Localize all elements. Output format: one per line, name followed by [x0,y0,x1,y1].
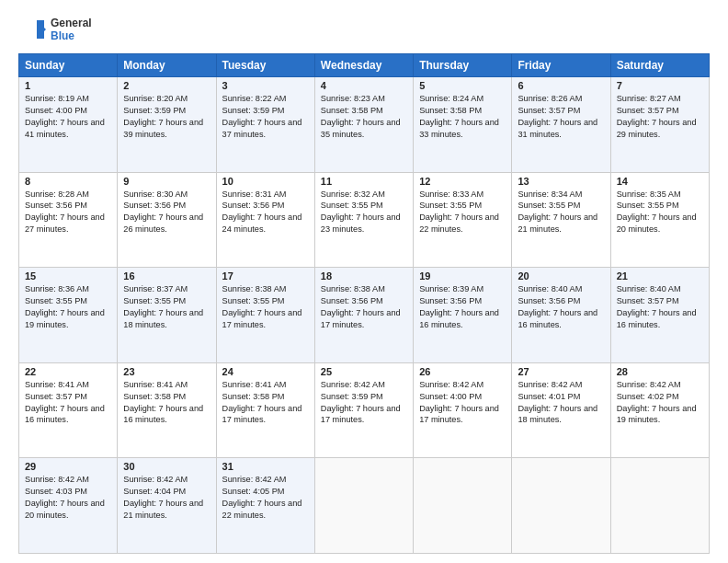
sunset-text: Sunset: 3:55 PM [617,201,679,210]
daylight-text: Daylight: 7 hours and 26 minutes. [123,213,203,234]
sunset-text: Sunset: 3:58 PM [321,106,383,115]
calendar-cell: 18 Sunrise: 8:38 AM Sunset: 3:56 PM Dayl… [314,268,413,363]
calendar-cell: 11 Sunrise: 8:32 AM Sunset: 3:55 PM Dayl… [314,172,413,268]
day-info: Sunrise: 8:20 AM Sunset: 3:59 PM Dayligh… [123,93,210,141]
day-info: Sunrise: 8:27 AM Sunset: 3:57 PM Dayligh… [617,93,703,141]
daylight-text: Daylight: 7 hours and 17 minutes. [222,404,302,425]
sunset-text: Sunset: 3:56 PM [222,201,285,210]
sunset-text: Sunset: 3:57 PM [25,392,87,401]
daylight-text: Daylight: 7 hours and 17 minutes. [321,308,401,329]
daylight-text: Daylight: 7 hours and 29 minutes. [617,118,697,139]
calendar-cell [314,458,413,554]
sunrise-text: Sunrise: 8:37 AM [123,284,188,293]
calendar-cell: 12 Sunrise: 8:33 AM Sunset: 3:55 PM Dayl… [414,172,512,268]
calendar-cell [512,458,610,554]
calendar-cell: 25 Sunrise: 8:42 AM Sunset: 3:59 PM Dayl… [314,362,413,458]
day-number: 9 [123,176,210,187]
day-number: 12 [419,176,506,187]
day-number: 23 [123,366,210,377]
col-thursday: Thursday [414,54,512,77]
day-info: Sunrise: 8:19 AM Sunset: 4:00 PM Dayligh… [25,93,111,141]
day-info: Sunrise: 8:42 AM Sunset: 4:02 PM Dayligh… [617,379,703,427]
sunrise-text: Sunrise: 8:42 AM [123,475,188,484]
calendar-header-row: Sunday Monday Tuesday Wednesday Thursday… [19,54,710,77]
day-number: 30 [123,461,210,472]
daylight-text: Daylight: 7 hours and 23 minutes. [321,213,401,234]
day-info: Sunrise: 8:42 AM Sunset: 4:04 PM Dayligh… [123,474,210,522]
day-number: 14 [617,176,703,187]
day-number: 27 [518,366,604,377]
day-info: Sunrise: 8:23 AM Sunset: 3:58 PM Dayligh… [321,93,407,141]
sunset-text: Sunset: 4:05 PM [222,487,285,496]
daylight-text: Daylight: 7 hours and 37 minutes. [222,118,302,139]
day-info: Sunrise: 8:32 AM Sunset: 3:55 PM Dayligh… [321,189,407,236]
calendar-cell: 15 Sunrise: 8:36 AM Sunset: 3:55 PM Dayl… [19,268,118,363]
sunset-text: Sunset: 3:57 PM [617,106,679,115]
page-header: General Blue [18,15,710,44]
sunset-text: Sunset: 4:00 PM [419,392,482,401]
day-info: Sunrise: 8:42 AM Sunset: 4:00 PM Dayligh… [419,379,506,427]
daylight-text: Daylight: 7 hours and 20 minutes. [617,213,697,234]
col-wednesday: Wednesday [314,54,413,77]
sunrise-text: Sunrise: 8:32 AM [321,190,385,199]
calendar-cell: 13 Sunrise: 8:34 AM Sunset: 3:55 PM Dayl… [512,172,610,268]
sunset-text: Sunset: 3:56 PM [321,296,383,305]
logo-icon [18,15,48,44]
sunset-text: Sunset: 3:57 PM [617,296,679,305]
sunrise-text: Sunrise: 8:33 AM [419,190,483,199]
sunrise-text: Sunrise: 8:41 AM [25,380,89,389]
day-info: Sunrise: 8:41 AM Sunset: 3:58 PM Dayligh… [222,379,309,427]
day-number: 22 [25,366,111,377]
daylight-text: Daylight: 7 hours and 17 minutes. [222,308,302,329]
daylight-text: Daylight: 7 hours and 17 minutes. [419,404,499,425]
day-number: 20 [518,270,604,282]
day-number: 15 [25,270,111,282]
day-info: Sunrise: 8:38 AM Sunset: 3:56 PM Dayligh… [321,283,407,331]
daylight-text: Daylight: 7 hours and 18 minutes. [123,308,203,329]
sunset-text: Sunset: 4:04 PM [123,487,186,496]
day-number: 21 [617,270,703,282]
sunset-text: Sunset: 3:57 PM [518,106,580,115]
day-info: Sunrise: 8:42 AM Sunset: 4:05 PM Dayligh… [222,474,309,522]
calendar-table: Sunday Monday Tuesday Wednesday Thursday… [18,53,710,554]
daylight-text: Daylight: 7 hours and 16 minutes. [123,404,203,425]
day-info: Sunrise: 8:40 AM Sunset: 3:56 PM Dayligh… [518,283,604,331]
daylight-text: Daylight: 7 hours and 21 minutes. [123,499,203,520]
calendar-cell: 4 Sunrise: 8:23 AM Sunset: 3:58 PM Dayli… [314,77,413,173]
sunset-text: Sunset: 3:56 PM [25,201,87,210]
calendar-cell: 10 Sunrise: 8:31 AM Sunset: 3:56 PM Dayl… [216,172,314,268]
daylight-text: Daylight: 7 hours and 17 minutes. [321,404,401,425]
sunset-text: Sunset: 4:02 PM [617,392,679,401]
sunset-text: Sunset: 4:01 PM [518,392,580,401]
sunrise-text: Sunrise: 8:27 AM [617,94,681,103]
table-row: 8 Sunrise: 8:28 AM Sunset: 3:56 PM Dayli… [19,172,710,268]
day-number: 6 [518,80,604,91]
calendar-cell: 3 Sunrise: 8:22 AM Sunset: 3:59 PM Dayli… [216,77,314,173]
calendar-cell: 26 Sunrise: 8:42 AM Sunset: 4:00 PM Dayl… [414,362,512,458]
sunrise-text: Sunrise: 8:41 AM [123,380,188,389]
sunrise-text: Sunrise: 8:24 AM [419,94,483,103]
day-info: Sunrise: 8:39 AM Sunset: 3:56 PM Dayligh… [419,283,506,331]
sunset-text: Sunset: 3:58 PM [123,392,186,401]
sunset-text: Sunset: 3:55 PM [321,201,383,210]
day-number: 2 [123,80,210,91]
sunset-text: Sunset: 3:59 PM [321,392,383,401]
sunset-text: Sunset: 3:56 PM [419,296,482,305]
col-monday: Monday [118,54,216,77]
day-info: Sunrise: 8:22 AM Sunset: 3:59 PM Dayligh… [222,93,309,141]
sunset-text: Sunset: 3:55 PM [419,201,482,210]
day-number: 25 [321,366,407,377]
day-info: Sunrise: 8:35 AM Sunset: 3:55 PM Dayligh… [617,189,703,236]
daylight-text: Daylight: 7 hours and 16 minutes. [25,404,105,425]
calendar-cell: 1 Sunrise: 8:19 AM Sunset: 4:00 PM Dayli… [19,77,118,173]
daylight-text: Daylight: 7 hours and 31 minutes. [518,118,597,139]
day-info: Sunrise: 8:41 AM Sunset: 3:58 PM Dayligh… [123,379,210,427]
sunrise-text: Sunrise: 8:39 AM [419,284,483,293]
day-number: 28 [617,366,703,377]
calendar-cell: 24 Sunrise: 8:41 AM Sunset: 3:58 PM Dayl… [216,362,314,458]
sunrise-text: Sunrise: 8:42 AM [518,380,582,389]
calendar-cell: 5 Sunrise: 8:24 AM Sunset: 3:58 PM Dayli… [414,77,512,173]
sunset-text: Sunset: 3:55 PM [222,296,285,305]
col-friday: Friday [512,54,610,77]
daylight-text: Daylight: 7 hours and 16 minutes. [419,308,499,329]
